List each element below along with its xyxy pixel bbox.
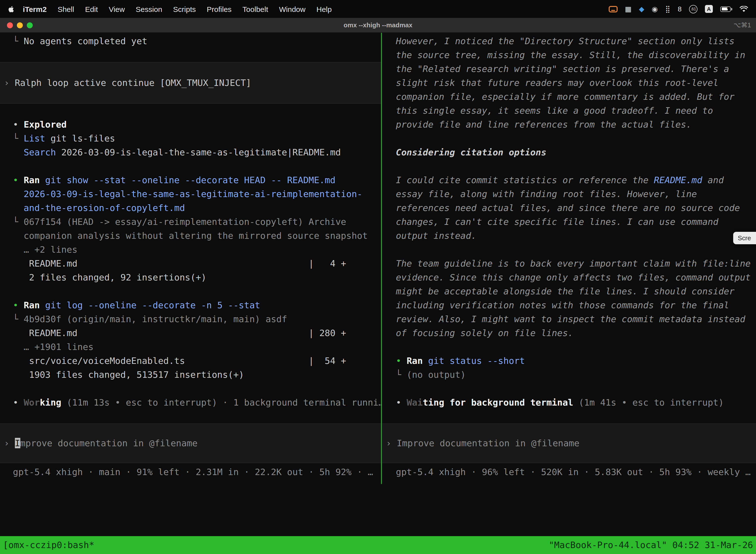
- menu-item-help[interactable]: Help: [311, 5, 337, 13]
- dots-grid-icon[interactable]: ⣿: [665, 5, 671, 12]
- terminal-line: Search 2026-03-09-is-legal-the-same-as-l…: [13, 146, 381, 159]
- terminal-line: references need actual files, and since …: [396, 201, 756, 215]
- terminal-line: the "Related research writing" section i…: [396, 62, 756, 76]
- terminal-line: companion analysis without altering the …: [13, 229, 381, 243]
- terminal-line: gpt-5.4 xhigh · 96% left · 520K in · 5.8…: [396, 465, 756, 479]
- terminal-line: src/voice/voiceModeEnabled.ts | 54 +: [13, 354, 381, 368]
- terminal-line: 2026-03-09-is-legal-the-same-as-legitima…: [13, 187, 381, 201]
- input-source-icon[interactable]: A: [705, 5, 713, 13]
- percent-badge-icon[interactable]: .61: [689, 5, 697, 13]
- terminal-workspace: └ No agents completed yet› Ralph loop ac…: [0, 33, 756, 536]
- terminal-line: › Improve documentation in @filename: [386, 436, 756, 450]
- terminal-line: README.md | 280 +: [13, 326, 381, 340]
- screen-recording-icon[interactable]: [609, 6, 617, 12]
- menu-item-toolbelt[interactable]: Toolbelt: [237, 5, 273, 13]
- wifi-icon[interactable]: [740, 6, 748, 12]
- terminal-line: └ (no output): [396, 368, 756, 382]
- tmux-status-bar: [omx-cczip0:bash* "MacBook-Pro-44.local"…: [0, 536, 756, 554]
- terminal-line: └ List git ls-files: [13, 131, 381, 146]
- omx-status-bar: [OMX#0.11.9] cczip/essay/ai-reimplementa…: [0, 492, 756, 506]
- terminal-line: 2 files changed, 92 insertions(+): [13, 271, 381, 284]
- ran-git-show-block: • Ran git show --stat --oneline --decora…: [13, 173, 381, 284]
- waiting-status-block: • Waiting for background terminal (1m 41…: [396, 396, 756, 409]
- reasoning-heading: Considering citation options: [396, 146, 756, 159]
- terminal-line: • Ran git log --oneline --decorate -n 5 …: [13, 298, 381, 312]
- terminal-line: evidence. Since this change only affects…: [396, 271, 756, 284]
- terminal-line: › Improve documentation in @filename: [4, 436, 381, 450]
- terminal-line: • Working (11m 13s • esc to interrupt) ·…: [13, 396, 381, 409]
- screen: iTerm2ShellEditViewSessionScriptsProfile…: [0, 0, 756, 554]
- zoom-window-button[interactable]: [27, 22, 33, 28]
- agent-summary: └ No agents completed yet: [13, 34, 381, 48]
- menu-item-scripts[interactable]: Scripts: [168, 5, 201, 13]
- window-title-bar: omx --xhigh --madmax ⌥⌘1: [0, 18, 756, 33]
- terminal-line: Considering citation options: [396, 146, 756, 159]
- reasoning-paragraph-1: However, I noticed the "Directory Struct…: [396, 34, 756, 131]
- ran-git-log-block: • Ran git log --oneline --decorate -n 5 …: [13, 298, 381, 382]
- terminal-line: I could cite commit statistics or refere…: [396, 173, 756, 187]
- keypad-icon[interactable]: 8: [678, 5, 682, 12]
- pane-right[interactable]: However, I noticed the "Directory Struct…: [382, 33, 756, 479]
- session-status-left: gpt-5.4 xhigh · main · 91% left · 2.31M …: [13, 465, 381, 479]
- injected-prompt-banner: › Ralph loop active continue [OMX_TMUX_I…: [0, 62, 381, 104]
- terminal-line: slight risk that future readers may over…: [396, 76, 756, 90]
- terminal-line: └ 067f154 (HEAD -> essay/ai-reimplementa…: [13, 215, 381, 229]
- terminal-line: 1903 files changed, 513517 insertions(+): [13, 368, 381, 382]
- menubar-status-icons: ▦◆◉⣿8.61Aϟ: [609, 5, 756, 13]
- prompt-input-right[interactable]: › Improve documentation in @filename: [382, 424, 756, 463]
- terminal-line: review. Also, I might want to inspect th…: [396, 312, 756, 326]
- blue-app-icon[interactable]: ◆: [639, 5, 644, 12]
- terminal-line: • Waiting for background terminal (1m 41…: [396, 396, 756, 409]
- terminal-line: › Ralph loop active continue [OMX_TMUX_I…: [4, 76, 381, 90]
- terminal-line: essay file, along with finding root file…: [396, 187, 756, 201]
- terminal-line: gpt-5.4 xhigh · main · 91% left · 2.31M …: [13, 465, 381, 479]
- terminal-line: this single essay, it seems like a good …: [396, 104, 756, 118]
- dark-app-icon[interactable]: ◉: [651, 5, 657, 12]
- minimize-window-button[interactable]: [17, 22, 23, 28]
- menu-item-window[interactable]: Window: [273, 5, 311, 13]
- ran-git-status-block: • Ran git status --short└ (no output): [396, 354, 756, 382]
- terminal-line: However, I noticed the "Directory Struct…: [396, 34, 756, 48]
- pane-left[interactable]: └ No agents completed yet› Ralph loop ac…: [0, 33, 381, 479]
- terminal-line: • Ran git show --stat --oneline --decora…: [13, 173, 381, 187]
- window-title: omx --xhigh --madmax: [0, 21, 756, 29]
- menu-item-shell[interactable]: Shell: [52, 5, 80, 13]
- terminal-line: README.md | 4 +: [13, 257, 381, 271]
- terminal-line: … +2 lines: [13, 243, 381, 257]
- apple-menu-icon[interactable]: [8, 5, 14, 13]
- menu-items: iTerm2ShellEditViewSessionScriptsProfile…: [17, 5, 337, 13]
- terminal-line: • Explored: [13, 118, 381, 131]
- menu-item-view[interactable]: View: [104, 5, 130, 13]
- terminal-line: The team guideline is to back every impo…: [396, 257, 756, 271]
- macos-menu-bar: iTerm2ShellEditViewSessionScriptsProfile…: [0, 0, 756, 18]
- terminal-line: companion file, especially if more comme…: [396, 90, 756, 104]
- terminal-line: └ No agents completed yet: [13, 34, 381, 48]
- terminal-line: of focusing solely on file lines.: [396, 326, 756, 340]
- menu-item-iterm2[interactable]: iTerm2: [17, 5, 52, 13]
- terminal-line: and-the-erosion-of-copyleft.md: [13, 201, 381, 215]
- terminal-line: output instead.: [396, 229, 756, 243]
- close-window-button[interactable]: [7, 22, 13, 28]
- terminal-line: └ 4b9d30f (origin/main, instructkr/main,…: [13, 312, 381, 326]
- session-status-right: gpt-5.4 xhigh · 96% left · 520K in · 5.8…: [396, 465, 756, 479]
- terminal-line: … +1901 lines: [13, 340, 381, 354]
- reasoning-paragraph-2: I could cite commit statistics or refere…: [396, 173, 756, 243]
- menu-item-edit[interactable]: Edit: [80, 5, 104, 13]
- menu-item-profiles[interactable]: Profiles: [201, 5, 237, 13]
- screen-share-tooltip[interactable]: Scre: [734, 232, 756, 244]
- explored-block: • Explored└ List git ls-files Search 202…: [13, 118, 381, 159]
- battery-icon[interactable]: ϟ: [720, 6, 732, 12]
- window-shortcut-badge: ⌥⌘1: [734, 21, 756, 29]
- terminal-line: might be acceptable alongside the file l…: [396, 284, 756, 298]
- terminal-line: including verification notes with those …: [396, 298, 756, 312]
- prompt-input-left[interactable]: › Improve documentation in @filename: [0, 424, 381, 463]
- terminal-line: • Ran git status --short: [396, 354, 756, 368]
- working-status-block: • Working (11m 13s • esc to interrupt) ·…: [13, 396, 381, 409]
- tmux-host-clock: "MacBook-Pro-44.local" 04:52 31-Mar-26: [549, 536, 753, 554]
- tmux-session-label: [omx-cczip0:bash*: [3, 536, 94, 554]
- terminal-line: changes, I can't cite specific file line…: [396, 215, 756, 229]
- display-grid-icon[interactable]: ▦: [625, 5, 631, 12]
- terminal-line: the source tree, missing the essay. Stil…: [396, 48, 756, 62]
- menu-item-session[interactable]: Session: [130, 5, 168, 13]
- terminal-line: provide file and line references from th…: [396, 118, 756, 131]
